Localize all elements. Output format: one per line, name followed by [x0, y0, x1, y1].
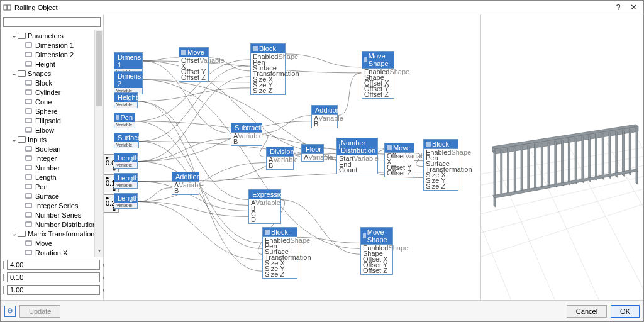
- tree-group-label: Shapes: [28, 70, 51, 77]
- svg-marker-49: [555, 141, 557, 187]
- node-type-icon: [25, 108, 33, 115]
- param-row: ⊖⊕: [3, 272, 101, 282]
- tree-item[interactable]: Cone: [3, 97, 103, 106]
- tree-item[interactable]: Ellipsoid: [3, 116, 103, 125]
- svg-rect-17: [26, 203, 31, 208]
- node-type-icon: [25, 240, 33, 247]
- svg-rect-20: [26, 241, 31, 245]
- tree-item[interactable]: Length: [3, 172, 103, 182]
- svg-rect-13: [26, 165, 31, 170]
- search-input[interactable]: [3, 17, 101, 27]
- node-value: Variable: [114, 203, 137, 208]
- tree-item[interactable]: Cylinder: [3, 87, 103, 97]
- svg-marker-57: [609, 132, 611, 179]
- tree-item-label: Boolean: [35, 145, 60, 153]
- tree-group[interactable]: ⌄Shapes: [3, 69, 103, 78]
- tree-scrollbar[interactable]: ▴ ▾: [94, 30, 103, 257]
- tree-item[interactable]: Sphere: [3, 106, 103, 116]
- node-icon: [426, 142, 431, 147]
- svg-marker-43: [514, 147, 516, 194]
- tree-item[interactable]: Surface: [3, 191, 103, 201]
- chevron-down-icon[interactable]: ⌄: [11, 69, 17, 77]
- node-title: Expression: [252, 191, 286, 198]
- tree-item-label: Cone: [35, 98, 52, 106]
- node-icon: [339, 144, 340, 149]
- svg-marker-46: [535, 144, 536, 191]
- tree-group[interactable]: ⌄Inputs: [3, 135, 103, 144]
- update-button[interactable]: Update: [19, 305, 60, 318]
- tree-item[interactable]: Number Distribution: [3, 219, 103, 229]
- tree-item[interactable]: Number Series: [3, 210, 103, 219]
- tree-item[interactable]: Move: [3, 238, 103, 248]
- preview-3d[interactable]: [481, 14, 643, 300]
- close-button[interactable]: ✕: [626, 3, 641, 12]
- param-input[interactable]: [7, 272, 100, 282]
- graph-param-node[interactable]: LengthVariable: [114, 173, 138, 189]
- ok-button[interactable]: OK: [611, 305, 640, 318]
- node-title: Length: [118, 154, 139, 162]
- graph-param-node[interactable]: PenVariable: [114, 113, 135, 128]
- chevron-down-icon[interactable]: ⌄: [11, 31, 17, 40]
- graph-node[interactable]: DivisionAVariableB: [266, 147, 294, 170]
- tree-item-label: Number: [35, 164, 60, 172]
- svg-rect-7: [26, 99, 31, 104]
- node-canvas[interactable]: ▸ 0.05 ⇕▸ 0.10 ⇕▸ 0.20 ⇕Dimension 1Varia…: [104, 14, 481, 300]
- node-value: Variable: [114, 162, 137, 168]
- tree-group[interactable]: ⌄Parameters: [3, 31, 103, 40]
- scroll-thumb[interactable]: [96, 31, 102, 106]
- tree-group-label: Inputs: [28, 136, 47, 143]
- svg-rect-19: [26, 222, 31, 226]
- node-type-icon: [25, 42, 33, 49]
- scroll-down-icon[interactable]: ▾: [95, 248, 103, 257]
- graph-node[interactable]: BlockEnabledShapePenSurfaceTransformatio…: [262, 227, 297, 279]
- graph-node[interactable]: AdditionAVariableB: [172, 172, 199, 195]
- param-input[interactable]: [7, 285, 100, 295]
- graph-node[interactable]: MoveOffset XVariableOffset YOffset Z: [179, 47, 209, 82]
- graph-node[interactable]: FloorAVariable: [301, 144, 324, 162]
- svg-rect-1: [8, 5, 11, 10]
- graph-node[interactable]: AdditionAVariableB: [311, 105, 338, 128]
- graph-param-node[interactable]: LengthVariable: [114, 153, 138, 169]
- tree-item[interactable]: Dimension 2: [3, 50, 103, 59]
- node-type-icon: [25, 202, 33, 209]
- settings-icon[interactable]: ⚙: [4, 306, 16, 317]
- svg-rect-14: [26, 175, 31, 179]
- svg-marker-42: [508, 148, 509, 195]
- graph-param-node[interactable]: SurfaceVariable: [114, 133, 139, 148]
- tree-item[interactable]: Integer Series: [3, 201, 103, 210]
- graph-node[interactable]: BlockEnabledShapePenSurfaceTransformatio…: [423, 139, 458, 191]
- node-icon: [265, 230, 270, 235]
- tree-item[interactable]: Pen: [3, 182, 103, 191]
- tree-group[interactable]: ⌄Matrix Transformations: [3, 229, 103, 238]
- component-tree[interactable]: ⌄ParametersDimension 1Dimension 2Height⌄…: [1, 30, 103, 257]
- help-button[interactable]: ?: [611, 3, 626, 12]
- graph-node[interactable]: Number DistributionStartVariableEndCount: [336, 138, 378, 174]
- chevron-down-icon[interactable]: ⌄: [11, 135, 17, 143]
- graph-node[interactable]: Move ShapeEnabledShapeShapeOffset XOffse…: [360, 227, 393, 275]
- node-type-icon: [25, 192, 33, 200]
- param-row: ⊖⊕: [3, 260, 101, 270]
- tree-item[interactable]: Elbow: [3, 125, 103, 135]
- param-input[interactable]: [7, 260, 100, 270]
- tree-item[interactable]: Integer: [3, 153, 103, 163]
- chevron-down-icon[interactable]: ⌄: [11, 230, 17, 238]
- tree-item[interactable]: Number: [3, 163, 103, 172]
- tree-item[interactable]: Boolean: [3, 144, 103, 153]
- graph-param-node[interactable]: HeightVariable: [114, 92, 138, 108]
- tree-item[interactable]: Block: [3, 78, 103, 87]
- tree-item[interactable]: Dimension 1: [3, 40, 103, 50]
- tree-item-label: Integer: [35, 155, 57, 162]
- graph-node[interactable]: SubtractionAVariableB: [231, 123, 262, 146]
- cancel-button[interactable]: Cancel: [567, 305, 607, 318]
- graph-param-node[interactable]: LengthVariable: [114, 193, 138, 209]
- graph-node[interactable]: MoveOffset XVariableOffset YOffset Z: [384, 143, 414, 177]
- graph-node[interactable]: ExpressionAVariableBCD: [248, 189, 281, 224]
- graph-node[interactable]: Move ShapeEnabledShapeShapeOffset XOffse…: [362, 51, 394, 99]
- graph-param-node[interactable]: Dimension 2Variable: [114, 71, 143, 94]
- node-title: Move Shape: [367, 228, 391, 243]
- tree-item[interactable]: Height: [3, 59, 103, 69]
- svg-rect-12: [26, 156, 31, 160]
- tree-item[interactable]: Rotation X: [3, 248, 103, 257]
- graph-node[interactable]: BlockEnabledShapePenSurfaceTransformatio…: [250, 43, 286, 95]
- node-title: Move: [187, 48, 204, 56]
